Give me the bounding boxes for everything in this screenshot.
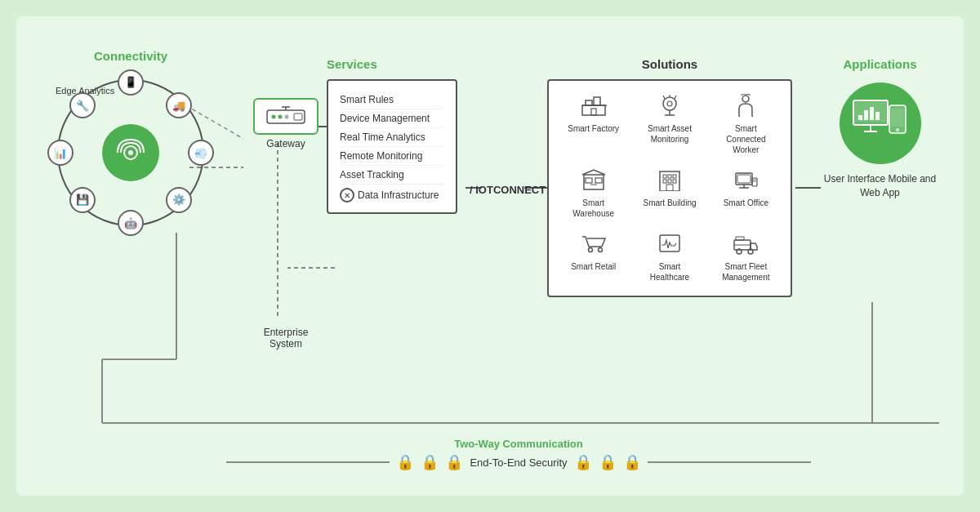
svg-rect-61 [858, 115, 862, 120]
service-device-mgmt: Device Management [340, 109, 444, 128]
asset-monitoring-label: Smart Asset Monitoring [638, 123, 701, 145]
solution-asset-monitoring: Smart Asset Monitoring [635, 91, 704, 158]
svg-rect-34 [595, 178, 602, 183]
applications-section: Applications User Interface Mobile an [817, 57, 943, 200]
solutions-box: Smart Factory Smart Asset Monitoring [547, 79, 792, 297]
svg-rect-39 [673, 175, 676, 178]
lock-icon-5: 🔒 [599, 453, 617, 471]
main-container: Connectivity Edge Analytics 📱 [16, 16, 964, 496]
data-infra-row: ✕ Data Infrastructure [340, 188, 444, 203]
orbit-icon-mobile: 📱 [118, 69, 144, 96]
svg-point-31 [742, 96, 749, 102]
office-label: Smart Office [724, 198, 768, 208]
svg-rect-62 [864, 110, 868, 120]
svg-point-52 [598, 248, 602, 252]
gateway-label: Gateway [237, 138, 335, 149]
worker-icon [733, 94, 759, 120]
enterprise-system-label: Enterprise System [249, 327, 323, 349]
two-way-label: Two-Way Communication [98, 438, 939, 450]
fleet-label: Smart Fleet Management [715, 261, 777, 283]
service-realtime: Real Time Analytics [340, 128, 444, 147]
solutions-section: Solutions Smart Factory [547, 57, 792, 297]
warehouse-icon [581, 168, 607, 194]
iotconnect-label: / IOTCONNECT [470, 184, 546, 196]
fleet-icon [733, 232, 759, 258]
security-label: End-To-End Security [470, 456, 567, 469]
center-circle [102, 124, 159, 181]
svg-point-16 [272, 114, 276, 118]
services-box: Smart Rules Device Management Real Time … [327, 79, 457, 214]
svg-point-17 [278, 114, 283, 118]
app-circle [840, 82, 921, 164]
bottom-section: Two-Way Communication 🔒 🔒 🔒 End-To-End S… [98, 438, 939, 471]
asset-monitoring-icon [657, 94, 683, 120]
iot-prefix: / IOT [470, 184, 493, 196]
svg-rect-24 [594, 97, 600, 105]
app-label: User Interface Mobile and Web App [817, 172, 943, 200]
warehouse-label: Smart Warehouse [562, 198, 625, 219]
orbit-icon-device: 🔧 [69, 92, 96, 118]
healthcare-icon [657, 232, 683, 258]
lock-icon-6: 🔒 [623, 453, 641, 471]
security-line-left [226, 461, 390, 463]
factory-icon [581, 94, 607, 120]
svg-point-69 [896, 128, 899, 131]
svg-rect-32 [584, 175, 604, 189]
orbit-icon-fan: 💨 [188, 140, 214, 166]
retail-icon [581, 232, 607, 258]
services-section: Services Smart Rules Device Management R… [327, 57, 457, 214]
service-remote: Remote Monitoring [340, 147, 444, 166]
data-infra-circle: ✕ [340, 188, 354, 203]
security-line-right [648, 461, 811, 463]
connectivity-section: Connectivity Edge Analytics 📱 [41, 49, 220, 243]
svg-point-14 [128, 150, 133, 155]
svg-rect-38 [668, 175, 671, 178]
lock-icon-4: 🔒 [574, 453, 592, 471]
svg-rect-19 [294, 114, 302, 120]
svg-rect-43 [666, 185, 673, 191]
gateway-box [253, 98, 318, 135]
applications-title: Applications [817, 57, 943, 71]
office-icon [733, 168, 759, 194]
svg-rect-40 [663, 180, 666, 183]
solution-warehouse: Smart Warehouse [559, 165, 628, 222]
svg-rect-45 [737, 175, 751, 183]
svg-rect-26 [591, 109, 596, 115]
svg-rect-33 [586, 178, 592, 183]
solution-building: Smart Building [635, 165, 704, 222]
security-row: 🔒 🔒 🔒 End-To-End Security 🔒 🔒 🔒 [98, 453, 939, 471]
svg-point-51 [588, 248, 592, 252]
solution-retail: Smart Retail [559, 229, 628, 286]
svg-point-18 [285, 114, 289, 118]
solutions-title: Solutions [547, 57, 792, 71]
svg-rect-37 [663, 175, 666, 178]
svg-rect-64 [875, 112, 880, 120]
svg-rect-63 [870, 107, 874, 120]
solution-smart-factory: Smart Factory [559, 91, 628, 158]
lock-icon-1: 🔒 [396, 453, 414, 471]
svg-rect-48 [752, 178, 757, 186]
healthcare-label: Smart Healthcare [638, 261, 701, 283]
solution-fleet: Smart Fleet Management [711, 229, 781, 286]
svg-rect-22 [582, 105, 605, 115]
connectivity-title: Connectivity [41, 49, 220, 63]
lock-icon-3: 🔒 [445, 453, 463, 471]
building-icon [657, 168, 683, 194]
iot-connect: CONNECT [493, 184, 546, 196]
building-label: Smart Building [643, 198, 696, 208]
solution-connected-worker: Smart Connected Worker [711, 91, 781, 158]
orbit-icon-settings: ⚙️ [166, 187, 192, 213]
svg-point-27 [663, 97, 676, 110]
orbit-icon-circuit: 📊 [47, 140, 74, 166]
service-asset: Asset Tracking [340, 166, 444, 185]
worker-label: Smart Connected Worker [715, 123, 777, 155]
retail-label: Smart Retail [571, 261, 616, 272]
factory-label: Smart Factory [568, 123, 619, 134]
lock-icon-2: 🔒 [421, 453, 439, 471]
svg-rect-68 [891, 109, 904, 127]
gateway-section: Gateway [237, 98, 335, 149]
solutions-grid: Smart Factory Smart Asset Monitoring [559, 91, 781, 286]
solution-office: Smart Office [711, 165, 781, 222]
services-title: Services [327, 57, 457, 71]
orbit-icon-truck: 🚚 [166, 92, 192, 118]
